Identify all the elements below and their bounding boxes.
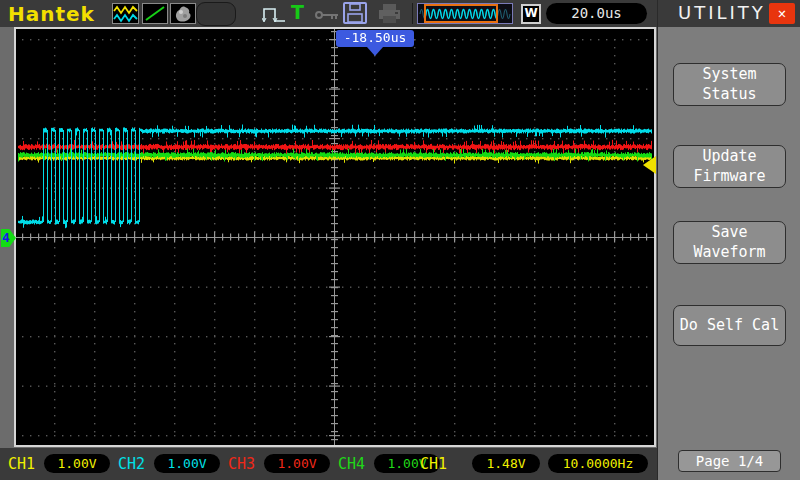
window-icon[interactable]: W — [521, 4, 541, 24]
waveform-overview[interactable] — [417, 3, 513, 24]
scope-display — [14, 27, 656, 447]
scope-area: -18.50us 4 — [0, 27, 657, 448]
ch2-label: CH2 — [118, 455, 145, 474]
ch2-scale-value[interactable]: 1.00V — [154, 454, 220, 473]
status-box — [196, 2, 236, 26]
trigger-pulse-icon — [262, 3, 288, 28]
trigger-t-icon: T — [291, 1, 304, 23]
trigger-position-tag[interactable]: -18.50us — [336, 30, 414, 47]
top-toolbar: Hantek T — [0, 0, 657, 27]
trigger-position-pointer-icon — [367, 47, 383, 56]
hantek-logo: Hantek — [8, 2, 95, 26]
update-firmware-button[interactable]: Update Firmware — [673, 145, 786, 188]
trigger-frequency-value: 10.0000Hz — [548, 454, 648, 473]
save-waveform-button[interactable]: Save Waveform — [673, 221, 786, 264]
menu-header: UTILITY ✕ — [658, 0, 800, 27]
channels-icon[interactable] — [112, 3, 139, 24]
status-bar: CH1 1.00V CH2 1.00V CH3 1.00V CH4 1.00V … — [0, 448, 657, 480]
close-button[interactable]: ✕ — [769, 3, 795, 24]
utility-menu-panel: UTILITY ✕ System Status Update Firmware … — [657, 0, 800, 480]
print-icon[interactable] — [376, 2, 403, 29]
ch3-scale-value[interactable]: 1.00V — [264, 454, 330, 473]
key-icon[interactable] — [314, 7, 340, 26]
timebase-value[interactable]: 20.0us — [546, 3, 647, 24]
ch4-label: CH4 — [338, 455, 365, 474]
menu-title: UTILITY — [678, 2, 766, 23]
cursor-line-icon[interactable] — [142, 3, 168, 24]
trigger-level-value[interactable]: 1.48V — [472, 454, 540, 473]
hand-icon[interactable] — [170, 3, 196, 24]
page-button[interactable]: Page 1/4 — [678, 450, 781, 472]
do-self-cal-button[interactable]: Do Self Cal — [673, 305, 786, 346]
waveform-display — [16, 29, 654, 445]
oscilloscope-app: { "brand": "Hantek", "topbar": { "timeba… — [0, 0, 800, 480]
system-status-button[interactable]: System Status — [673, 63, 786, 106]
ch1-label: CH1 — [8, 455, 35, 474]
ch3-label: CH3 — [228, 455, 255, 474]
trigger-source-label: CH1 — [420, 455, 447, 474]
ch1-scale-value[interactable]: 1.00V — [44, 454, 110, 473]
toolbar-separator — [412, 3, 413, 24]
save-icon[interactable] — [342, 2, 368, 29]
